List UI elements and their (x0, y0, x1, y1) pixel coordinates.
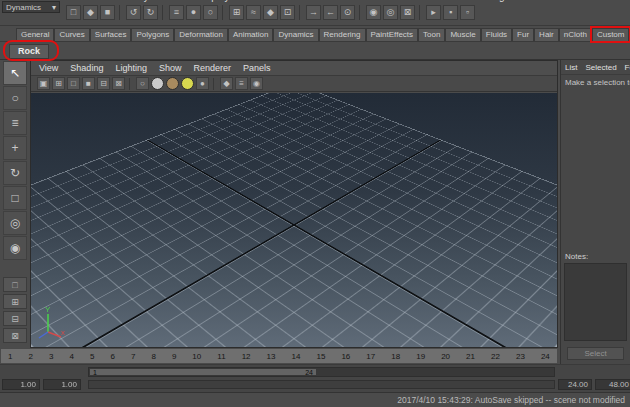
frame-23[interactable]: 23 (516, 352, 525, 361)
snap-point-icon[interactable]: ◆ (263, 5, 278, 20)
menu-assets[interactable]: Assets (283, 0, 313, 2)
menu-file[interactable]: File (68, 0, 84, 2)
animation-end-field[interactable]: 48.00 (595, 379, 630, 390)
shelf-tab-toon[interactable]: Toon (418, 28, 445, 41)
panel-menu-panels[interactable]: Panels (243, 63, 271, 73)
playback-start-field[interactable]: 1.00 (43, 379, 81, 390)
gate-mask-icon[interactable]: ⊟ (97, 77, 110, 90)
save-scene-icon[interactable]: ■ (100, 5, 115, 20)
two-pane-layout[interactable]: ⊟ (3, 311, 27, 326)
panel-menu-lighting[interactable]: Lighting (115, 63, 147, 73)
menu-set-dropdown[interactable]: Dynamics ▾ (2, 1, 60, 13)
viewport-canvas[interactable]: Y x (31, 93, 557, 347)
frame-3[interactable]: 3 (49, 352, 53, 361)
shelf-tab-hair[interactable]: Hair (534, 28, 559, 41)
move-tool[interactable]: + (3, 136, 27, 160)
scale-tool[interactable]: □ (3, 186, 27, 210)
select-component-icon[interactable]: ○ (203, 5, 218, 20)
single-pane-layout[interactable]: □ (3, 277, 27, 292)
frame-16[interactable]: 16 (341, 352, 350, 361)
frame-7[interactable]: 7 (131, 352, 135, 361)
menu-effects[interactable]: Effects (555, 0, 585, 2)
render-settings-icon[interactable]: ⊠ (400, 5, 415, 20)
panel-menu-renderer[interactable]: Renderer (193, 63, 231, 73)
frame-8[interactable]: 8 (151, 352, 155, 361)
shadows-icon[interactable]: ● (196, 77, 209, 90)
frame-22[interactable]: 22 (491, 352, 500, 361)
menu-fluid-effects[interactable]: Fluid Effects (370, 0, 425, 2)
output-connections-icon[interactable]: ← (323, 5, 338, 20)
frame-21[interactable]: 21 (466, 352, 475, 361)
field-entry-icon[interactable]: ▪ (443, 5, 458, 20)
shelf-tab-rendering[interactable]: Rendering (319, 28, 366, 41)
panel-menu-shading[interactable]: Shading (70, 63, 103, 73)
fast-interaction-icon[interactable]: ▸ (426, 5, 441, 20)
shelf-tab-animation[interactable]: Animation (228, 28, 274, 41)
frame-11[interactable]: 11 (217, 352, 225, 361)
select-object-icon[interactable]: ● (186, 5, 201, 20)
soft-modification-tool[interactable]: ◉ (3, 236, 27, 260)
panel-menu-view[interactable]: View (39, 63, 58, 73)
panel-menu-show[interactable]: Show (159, 63, 182, 73)
time-slider[interactable]: 123456789101112131415161718192021222324 (0, 348, 558, 364)
frame-18[interactable]: 18 (391, 352, 400, 361)
shelf-tab-deformation[interactable]: Deformation (174, 28, 228, 41)
four-pane-layout[interactable]: ⊞ (3, 294, 27, 309)
redo-icon[interactable]: ↻ (143, 5, 158, 20)
playback-end-field[interactable]: 24.00 (558, 379, 592, 390)
animation-start-field[interactable]: 1.00 (2, 379, 40, 390)
ipr-render-icon[interactable]: ◎ (383, 5, 398, 20)
notes-field[interactable] (564, 263, 627, 341)
select-hierarchy-icon[interactable]: ≡ (169, 5, 184, 20)
wireframe-icon[interactable]: ○ (136, 77, 149, 90)
menu-window[interactable]: Window (239, 0, 275, 2)
frame-6[interactable]: 6 (110, 352, 114, 361)
shelf-tab-painteffects[interactable]: PaintEffects (366, 28, 419, 41)
menu-display[interactable]: Display (197, 0, 230, 2)
select-button[interactable]: Select (567, 347, 624, 360)
frame-17[interactable]: 17 (366, 352, 375, 361)
use-all-lights-icon[interactable] (181, 77, 194, 90)
render-icon[interactable]: ◉ (366, 5, 381, 20)
grid-icon[interactable]: ⊞ (52, 77, 65, 90)
frame-1[interactable]: 1 (8, 352, 12, 361)
frame-19[interactable]: 19 (416, 352, 425, 361)
menu-fields[interactable]: Fields (433, 0, 460, 2)
frame-10[interactable]: 10 (192, 352, 201, 361)
open-scene-icon[interactable]: ◆ (83, 5, 98, 20)
frame-24[interactable]: 24 (541, 352, 550, 361)
textured-display-icon[interactable] (166, 77, 179, 90)
select-tool[interactable]: ↖ (3, 61, 27, 85)
shelf-tab-fur[interactable]: Fur (512, 28, 534, 41)
menu-edit[interactable]: Edit (93, 0, 110, 2)
paint-select-tool[interactable]: ≡ (3, 111, 27, 135)
shelf-tab-ncloth[interactable]: nCloth (559, 28, 592, 41)
shelf-tab-curves[interactable]: Curves (54, 28, 89, 41)
construction-history-icon[interactable]: ⊙ (340, 5, 355, 20)
shaded-display-icon[interactable] (151, 77, 164, 90)
input-connections-icon[interactable]: → (306, 5, 321, 20)
ae-menu-selected[interactable]: Selected (585, 63, 616, 72)
isolate-select-icon[interactable]: ◉ (250, 77, 263, 90)
camera-icon[interactable]: ▣ (37, 77, 50, 90)
range-slider-track[interactable]: 1 24 (88, 367, 555, 377)
resolution-gate-icon[interactable]: ■ (82, 77, 95, 90)
universal-manipulator-tool[interactable]: ◎ (3, 211, 27, 235)
new-scene-icon[interactable]: □ (66, 5, 81, 20)
frame-9[interactable]: 9 (172, 352, 176, 361)
frame-15[interactable]: 15 (316, 352, 325, 361)
shelf-tab-surfaces[interactable]: Surfaces (90, 28, 132, 41)
shelf-tab-dynamics[interactable]: Dynamics (273, 28, 318, 41)
ae-menu-focus[interactable]: Focus (625, 63, 630, 72)
range-slider-bar[interactable]: 1 24 (90, 369, 316, 375)
snap-curve-icon[interactable]: ≈ (246, 5, 261, 20)
shelf-tab-custom[interactable]: Custom (592, 28, 630, 41)
shelf-tab-fluids[interactable]: Fluids (481, 28, 512, 41)
field-chart-icon[interactable]: ⊠ (112, 77, 125, 90)
shelf-tab-polygons[interactable]: Polygons (131, 28, 174, 41)
menu-solvers[interactable]: Solvers (594, 0, 627, 2)
film-gate-icon[interactable]: □ (67, 77, 80, 90)
snap-plane-icon[interactable]: ⊡ (280, 5, 295, 20)
undo-icon[interactable]: ↺ (126, 5, 141, 20)
frame-14[interactable]: 14 (292, 352, 301, 361)
